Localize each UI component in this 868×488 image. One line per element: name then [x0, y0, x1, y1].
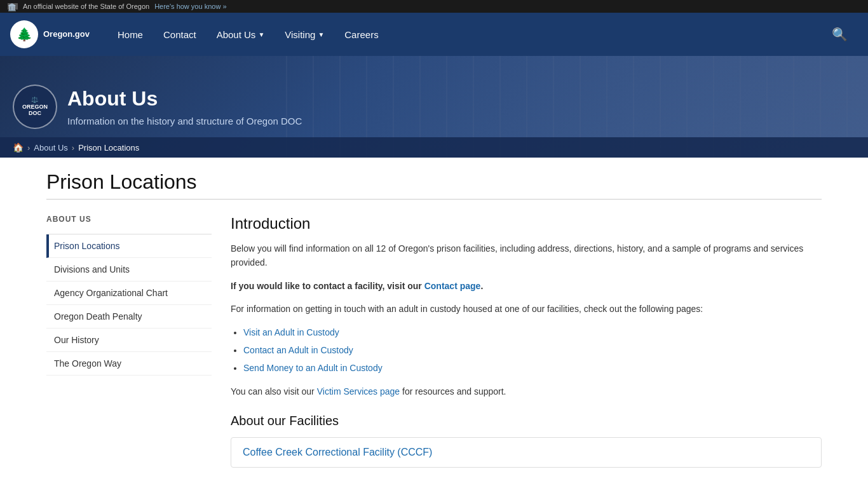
agency-badge: ⚖️OREGONDOC: [13, 85, 57, 129]
nav-home[interactable]: Home: [109, 24, 152, 45]
site-name: Oregon.gov: [43, 30, 90, 39]
site-logo[interactable]: 🌲 Oregon.gov: [10, 20, 90, 48]
logo-circle: 🌲: [10, 20, 38, 48]
intro-paragraph-1: Below you will find information on all 1…: [231, 241, 822, 270]
nav-about-us[interactable]: About Us ▼: [208, 24, 274, 45]
hero-content: ⚖️OREGONDOC About Us Information on the …: [0, 56, 868, 158]
victim-end: for resources and support.: [402, 386, 506, 396]
visit-custody-link[interactable]: Visit an Adult in Custody: [243, 327, 339, 337]
oregon-flag-icon: 🏛️: [8, 3, 18, 10]
sidebar-item-history[interactable]: Our History: [46, 329, 212, 352]
nav-contact[interactable]: Contact: [154, 24, 205, 45]
send-money-link[interactable]: Send Money to an Adult in Custody: [243, 363, 383, 373]
how-to-know-link[interactable]: Here's how you know »: [154, 3, 226, 10]
nav-links: Home Contact About Us ▼ Visiting ▼ Caree…: [109, 24, 822, 45]
contact-text: If you would like to contact a facility,…: [231, 281, 422, 291]
badge-text: ⚖️OREGONDOC: [22, 97, 48, 117]
custody-paragraph: For information on getting in touch with…: [231, 302, 822, 316]
page-title: Prison Locations: [46, 170, 822, 194]
contact-text-strong: If you would like to contact a facility,…: [231, 281, 483, 291]
custody-links-list: Visit an Adult in Custody Contact an Adu…: [243, 325, 822, 376]
facility-box-cccf: Coffee Creek Correctional Facility (CCCF…: [231, 437, 822, 468]
list-item-visit: Visit an Adult in Custody: [243, 325, 822, 339]
nav-careers[interactable]: Careers: [336, 24, 387, 45]
content-layout: ABOUT US Prison Locations Divisions and …: [46, 215, 822, 468]
intro-heading: Introduction: [231, 215, 822, 233]
main-navbar: 🌲 Oregon.gov Home Contact About Us ▼ Vis…: [0, 13, 868, 56]
list-item-send-money: Send Money to an Adult in Custody: [243, 361, 822, 375]
sidebar-nav: Prison Locations Divisions and Units Age…: [46, 234, 212, 376]
sidebar-item-prison-locations[interactable]: Prison Locations: [46, 234, 212, 258]
sidebar: ABOUT US Prison Locations Divisions and …: [46, 215, 212, 468]
visiting-dropdown-arrow: ▼: [318, 31, 324, 38]
sidebar-item-divisions[interactable]: Divisions and Units: [46, 258, 212, 281]
sidebar-item-org-chart[interactable]: Agency Organizational Chart: [46, 281, 212, 305]
hero-section: ⚖️OREGONDOC About Us Information on the …: [0, 56, 868, 158]
cccf-link[interactable]: Coffee Creek Correctional Facility (CCCF…: [243, 447, 432, 458]
title-divider: [46, 199, 822, 200]
victim-services-paragraph: You can also visit our Victim Services p…: [231, 384, 822, 398]
top-banner: 🏛️ An official website of the State of O…: [0, 0, 868, 13]
search-button[interactable]: 🔍: [822, 22, 858, 47]
victim-services-link[interactable]: Victim Services page: [317, 386, 400, 396]
contact-page-link[interactable]: Contact page: [424, 281, 481, 291]
victim-text: You can also visit our: [231, 386, 315, 396]
facilities-heading: About our Facilities: [231, 414, 822, 428]
hero-title: About Us: [67, 87, 302, 111]
sidebar-item-death-penalty[interactable]: Oregon Death Penalty: [46, 305, 212, 329]
tree-icon: 🌲: [17, 27, 32, 42]
about-dropdown-arrow: ▼: [258, 31, 264, 38]
hero-subtitle: Information on the history and structure…: [67, 116, 302, 126]
sidebar-section-label: ABOUT US: [46, 215, 212, 226]
contact-paragraph: If you would like to contact a facility,…: [231, 279, 822, 293]
sidebar-item-oregon-way[interactable]: The Oregon Way: [46, 352, 212, 376]
hero-text-block: About Us Information on the history and …: [67, 87, 302, 126]
contact-custody-link[interactable]: Contact an Adult in Custody: [243, 345, 353, 355]
banner-text: An official website of the State of Oreg…: [23, 3, 149, 10]
main-content: Prison Locations ABOUT US Prison Locatio…: [34, 158, 834, 480]
list-item-contact: Contact an Adult in Custody: [243, 343, 822, 357]
article-content: Introduction Below you will find informa…: [231, 215, 822, 468]
nav-visiting[interactable]: Visiting ▼: [276, 24, 333, 45]
contact-period: .: [480, 281, 483, 291]
